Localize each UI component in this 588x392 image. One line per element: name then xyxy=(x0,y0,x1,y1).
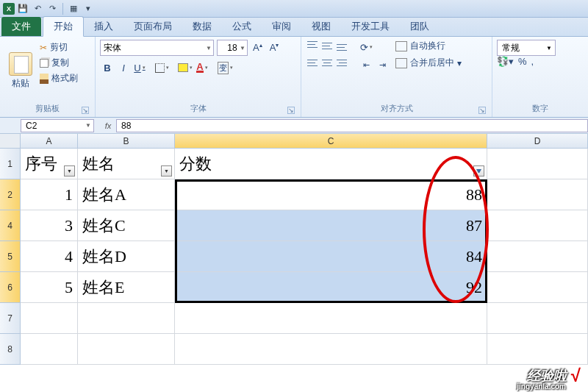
number-format-combo[interactable]: 常规▼ xyxy=(497,40,556,56)
fill-color-button[interactable] xyxy=(177,60,193,75)
copy-icon xyxy=(40,59,49,68)
wrap-icon xyxy=(395,41,407,51)
row-header-1[interactable]: 1 xyxy=(0,149,21,179)
col-header-a[interactable]: A xyxy=(21,134,78,149)
cell-header-name[interactable]: 姓名 xyxy=(78,149,175,179)
paste-button[interactable]: 粘贴 xyxy=(12,77,29,90)
merge-center-button[interactable]: 合并后居中 ▾ xyxy=(395,57,462,69)
shrink-font-icon[interactable]: A▾ xyxy=(268,42,282,53)
align-center-icon[interactable] xyxy=(320,57,334,69)
cell[interactable] xyxy=(78,334,175,365)
row-header[interactable]: 5 xyxy=(0,241,21,272)
cell-score[interactable]: 84 xyxy=(175,241,487,272)
name-box[interactable]: C2▼ xyxy=(21,119,94,132)
grow-font-icon[interactable]: A▴ xyxy=(251,42,265,53)
row-header[interactable]: 6 xyxy=(0,272,21,303)
phonetic-button[interactable]: 变 xyxy=(217,60,234,75)
undo-icon[interactable]: ↶ xyxy=(31,2,44,15)
select-all-corner[interactable] xyxy=(0,134,21,149)
cell-name[interactable]: 姓名C xyxy=(78,210,175,241)
dialog-launcher-icon[interactable]: ↘ xyxy=(82,107,89,114)
copy-button[interactable]: 复制 xyxy=(40,57,78,69)
cell-seq[interactable]: 4 xyxy=(21,241,78,272)
underline-button[interactable]: U xyxy=(132,60,147,75)
tab-data[interactable]: 数据 xyxy=(182,17,222,36)
align-left-icon[interactable] xyxy=(306,57,319,69)
cell[interactable] xyxy=(487,210,588,241)
qat-dropdown-icon[interactable]: ▾ xyxy=(82,2,95,15)
align-top-icon[interactable] xyxy=(306,40,319,51)
orientation-button[interactable]: ⟳ xyxy=(359,40,373,54)
cell-name[interactable]: 姓名A xyxy=(78,179,175,210)
cell-seq[interactable]: 3 xyxy=(21,210,78,241)
col-header-c[interactable]: C xyxy=(175,134,487,149)
cell[interactable] xyxy=(487,272,588,303)
row-header[interactable]: 4 xyxy=(0,210,21,241)
tab-dev[interactable]: 开发工具 xyxy=(341,17,400,36)
cut-button[interactable]: ✂剪切 xyxy=(40,41,78,54)
font-color-button[interactable]: A xyxy=(195,60,209,75)
cell-score[interactable]: 88 xyxy=(175,179,487,210)
cell[interactable] xyxy=(487,334,588,365)
tab-review[interactable]: 审阅 xyxy=(262,17,301,36)
redo-icon[interactable]: ↷ xyxy=(46,2,59,15)
cell-seq[interactable]: 1 xyxy=(21,179,78,210)
align-middle-icon[interactable] xyxy=(320,40,334,51)
decrease-indent-icon[interactable]: ⇤ xyxy=(359,57,373,72)
wrap-text-button[interactable]: 自动换行 xyxy=(395,40,462,52)
fx-icon[interactable]: fx xyxy=(100,121,116,130)
cell[interactable] xyxy=(175,334,487,365)
tab-formula[interactable]: 公式 xyxy=(222,17,262,36)
paste-icon[interactable] xyxy=(9,52,32,76)
cell-name[interactable]: 姓名D xyxy=(78,241,175,272)
col-header-b[interactable]: B xyxy=(78,134,175,149)
cell-name[interactable]: 姓名E xyxy=(78,272,175,303)
cell[interactable] xyxy=(21,303,78,334)
col-header-d[interactable]: D xyxy=(487,134,588,149)
group-label-number: 数字 xyxy=(497,101,584,115)
filter-icon[interactable] xyxy=(161,165,172,177)
row-header[interactable]: 7 xyxy=(0,303,21,334)
percent-button[interactable]: % xyxy=(518,56,527,67)
filter-active-icon[interactable] xyxy=(473,165,484,177)
cell-seq[interactable]: 5 xyxy=(21,272,78,303)
align-bottom-icon[interactable] xyxy=(335,40,348,51)
group-label-font: 字体↘ xyxy=(100,101,296,115)
row-header[interactable]: 2 xyxy=(0,179,21,210)
italic-button[interactable]: I xyxy=(116,60,131,75)
cell[interactable] xyxy=(78,303,175,334)
bold-button[interactable]: B xyxy=(100,60,115,75)
tab-view[interactable]: 视图 xyxy=(301,17,341,36)
tab-home[interactable]: 开始 xyxy=(43,16,84,37)
cell-header-seq[interactable]: 序号 xyxy=(21,149,78,179)
qat-item-icon[interactable]: ▦ xyxy=(67,2,80,15)
cell-score[interactable]: 92 xyxy=(175,272,487,303)
filter-icon[interactable] xyxy=(64,165,75,177)
tab-team[interactable]: 团队 xyxy=(400,17,440,36)
cell[interactable] xyxy=(487,179,588,210)
format-painter-button[interactable]: 格式刷 xyxy=(40,72,78,85)
font-size-combo[interactable]: 18▼ xyxy=(217,40,248,56)
dialog-launcher-icon[interactable]: ↘ xyxy=(287,107,295,114)
tab-file[interactable]: 文件 xyxy=(1,17,41,36)
align-right-icon[interactable] xyxy=(335,57,348,69)
tab-insert[interactable]: 插入 xyxy=(84,17,123,36)
border-button[interactable] xyxy=(154,60,170,75)
font-name-combo[interactable]: 宋体▼ xyxy=(100,40,214,56)
increase-indent-icon[interactable]: ⇥ xyxy=(375,57,390,72)
cell-score[interactable]: 87 xyxy=(175,210,487,241)
tab-layout[interactable]: 页面布局 xyxy=(123,17,182,36)
formula-input[interactable]: 88 xyxy=(116,119,588,132)
cell[interactable] xyxy=(175,303,487,334)
cell[interactable] xyxy=(487,241,588,272)
currency-icon[interactable]: 💱▾ xyxy=(497,56,514,67)
cell[interactable] xyxy=(487,303,588,334)
row-header[interactable]: 8 xyxy=(0,334,21,365)
cell[interactable] xyxy=(487,149,588,179)
group-label-clipboard: 剪贴板↘ xyxy=(4,101,90,115)
cell-header-score[interactable]: 分数 xyxy=(175,149,487,179)
dialog-launcher-icon[interactable]: ↘ xyxy=(478,107,486,114)
cell[interactable] xyxy=(21,334,78,365)
save-icon[interactable]: 💾 xyxy=(16,2,29,15)
comma-button[interactable]: , xyxy=(531,56,534,67)
